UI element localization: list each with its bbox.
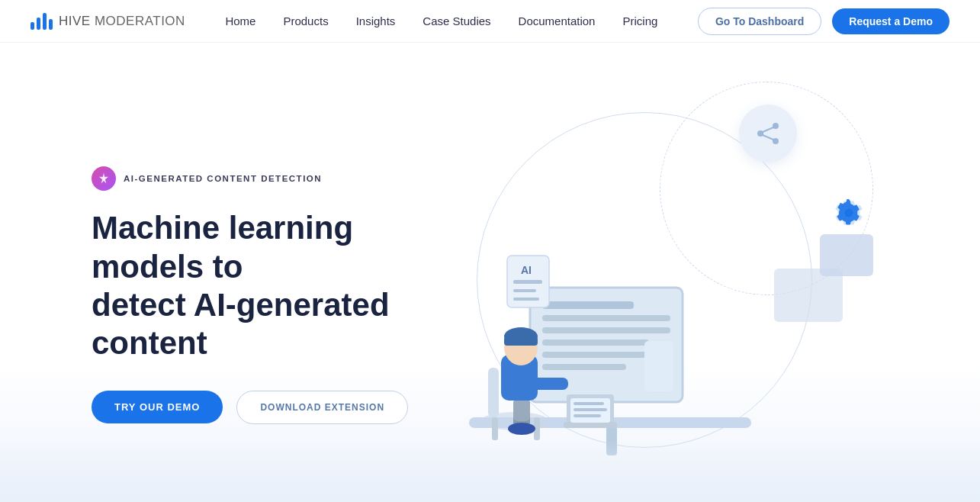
float-square-small — [820, 234, 873, 276]
go-to-dashboard-button[interactable]: Go To Dashboard — [698, 8, 821, 35]
svg-rect-38 — [574, 402, 604, 405]
svg-rect-23 — [488, 368, 499, 417]
settings-icon — [832, 196, 866, 230]
nav-links: Home Products Insights Case Studies Docu… — [225, 14, 657, 28]
bottom-gradient — [0, 441, 980, 502]
try-demo-button[interactable]: TRY OUR DEMO — [92, 391, 223, 423]
nav-pricing[interactable]: Pricing — [622, 14, 657, 27]
nav-documentation[interactable]: Documentation — [519, 14, 596, 27]
logo-icon — [31, 13, 53, 30]
logo-bar-3 — [43, 13, 47, 30]
logo-text: HIVE MODERATION — [59, 14, 185, 29]
hero-section: AI-GENERATED CONTENT DETECTION Machine l… — [0, 43, 980, 502]
svg-rect-10 — [542, 301, 634, 309]
logo[interactable]: HIVE MODERATION — [31, 13, 185, 30]
svg-text:AI: AI — [521, 264, 532, 276]
nav-products[interactable]: Products — [283, 14, 328, 27]
nav-insights[interactable]: Insights — [356, 14, 396, 27]
svg-rect-39 — [574, 408, 607, 411]
bubble-icon-top — [739, 105, 797, 163]
nav-home[interactable]: Home — [225, 14, 255, 27]
svg-rect-33 — [504, 336, 538, 346]
nav-case-studies[interactable]: Case Studies — [423, 14, 490, 27]
ai-tag-icon — [92, 166, 116, 191]
logo-bar-1 — [31, 22, 34, 30]
svg-line-3 — [763, 127, 773, 132]
hero-buttons: TRY OUR DEMO DOWNLOAD EXTENSION — [92, 391, 431, 424]
svg-point-28 — [508, 423, 535, 435]
hero-illustration: AI — [431, 97, 888, 494]
float-square-large — [774, 269, 843, 322]
nav-actions: Go To Dashboard Request a Demo — [698, 8, 949, 35]
tag-text: AI-GENERATED CONTENT DETECTION — [124, 174, 322, 183]
svg-line-4 — [763, 135, 773, 140]
svg-rect-21 — [513, 298, 539, 301]
ai-sparkle-icon — [97, 172, 111, 185]
tag-line: AI-GENERATED CONTENT DETECTION — [92, 166, 431, 191]
svg-rect-27 — [513, 398, 530, 421]
hero-heading: Machine learning models to detect AI-gen… — [92, 209, 431, 363]
svg-rect-30 — [530, 378, 568, 390]
logo-bar-2 — [37, 18, 40, 30]
svg-rect-11 — [542, 315, 670, 321]
navigation: HIVE MODERATION Home Products Insights C… — [0, 0, 980, 43]
desk-scene: AI — [454, 181, 774, 471]
gear-icon — [832, 196, 866, 237]
request-demo-button[interactable]: Request a Demo — [832, 8, 949, 34]
share-icon — [754, 120, 782, 147]
logo-bar-4 — [49, 19, 53, 30]
svg-rect-15 — [542, 364, 626, 370]
svg-rect-24 — [492, 417, 498, 440]
hero-content: AI-GENERATED CONTENT DETECTION Machine l… — [92, 166, 431, 424]
svg-rect-19 — [513, 280, 542, 284]
svg-rect-20 — [513, 289, 536, 292]
svg-rect-12 — [542, 327, 670, 333]
download-extension-button[interactable]: DOWNLOAD EXTENSION — [236, 391, 408, 424]
desk-scene-svg: AI — [454, 181, 774, 471]
svg-rect-16 — [644, 341, 673, 391]
svg-rect-40 — [574, 414, 601, 417]
svg-rect-13 — [542, 339, 649, 346]
svg-rect-36 — [564, 422, 617, 428]
